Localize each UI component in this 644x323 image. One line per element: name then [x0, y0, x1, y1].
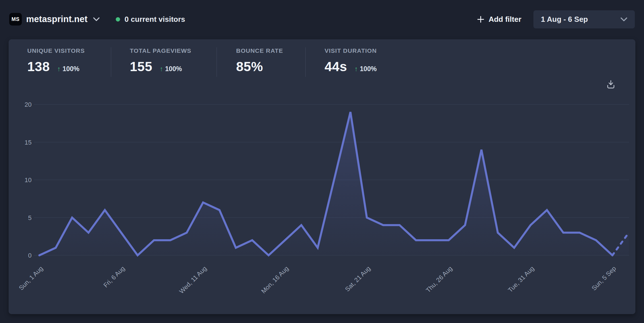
current-visitors[interactable]: 0 current visitors [116, 15, 185, 24]
add-filter-button[interactable]: Add filter [477, 15, 521, 24]
site-dropdown-chevron-down-icon[interactable] [93, 17, 100, 21]
live-green-dot-icon [116, 17, 120, 22]
topbar-actions: Add filter 1 Aug - 6 Sep [477, 10, 635, 28]
analytics-card: UNIQUE VISITORS 138 ↑ 100% TOTAL PAGEVIE… [9, 39, 635, 314]
axis-labels: 05101520Sun, 1 AugFri, 6 AugWed, 11 AugM… [18, 101, 618, 295]
svg-text:15: 15 [25, 139, 32, 146]
date-range-label: 1 Aug - 6 Sep [541, 15, 588, 24]
svg-text:5: 5 [28, 214, 32, 221]
date-chevron-down-icon [620, 17, 627, 22]
current-visitors-label: 0 current visitors [125, 15, 185, 24]
visitors-line-chart[interactable]: 05101520Sun, 1 AugFri, 6 AugWed, 11 AugM… [9, 39, 635, 314]
topbar: MS metasprint.net 0 current visitors Add… [0, 0, 644, 38]
svg-text:Sun, 5 Sep: Sun, 5 Sep [590, 265, 618, 292]
svg-text:Thu, 26 Aug: Thu, 26 Aug [425, 265, 454, 294]
svg-text:Wed, 11 Aug: Wed, 11 Aug [178, 265, 208, 295]
add-filter-label: Add filter [489, 15, 521, 24]
site-favicon: MS [9, 13, 22, 26]
svg-text:Tue, 31 Aug: Tue, 31 Aug [507, 265, 536, 294]
svg-text:Sun, 1 Aug: Sun, 1 Aug [18, 265, 45, 292]
svg-text:0: 0 [28, 252, 32, 259]
svg-text:Mon, 16 Aug: Mon, 16 Aug [260, 265, 290, 295]
site-name[interactable]: metasprint.net [26, 14, 88, 24]
date-range-select[interactable]: 1 Aug - 6 Sep [533, 10, 635, 28]
svg-text:20: 20 [25, 101, 32, 108]
svg-text:10: 10 [25, 176, 32, 184]
svg-text:Sat, 21 Aug: Sat, 21 Aug [344, 265, 372, 293]
plus-icon [477, 15, 485, 23]
svg-text:Fri, 6 Aug: Fri, 6 Aug [102, 265, 126, 289]
